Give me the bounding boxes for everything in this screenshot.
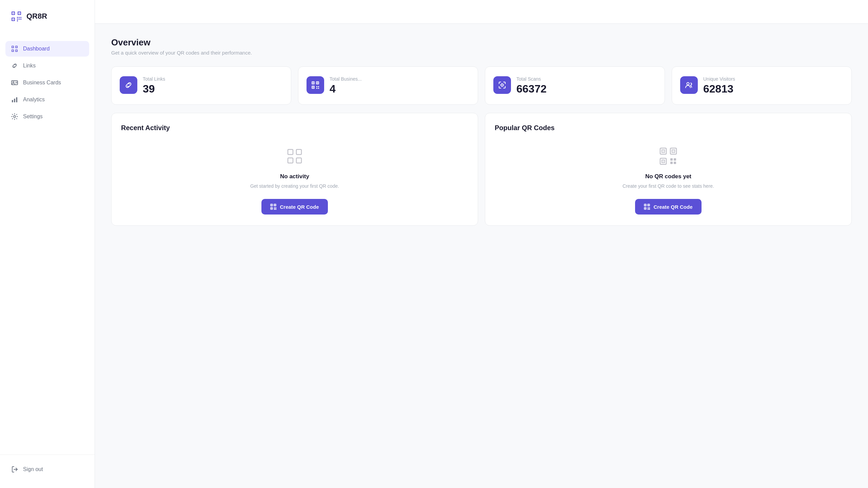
svg-rect-11 xyxy=(19,17,20,18)
svg-rect-34 xyxy=(14,99,15,102)
svg-rect-82 xyxy=(645,205,646,206)
svg-rect-68 xyxy=(663,151,664,151)
svg-rect-58 xyxy=(275,205,276,206)
stat-card-scans: Total Scans 66372 xyxy=(485,66,665,105)
dashboard-icon xyxy=(11,45,18,53)
svg-rect-47 xyxy=(318,88,319,89)
svg-rect-15 xyxy=(20,19,21,20)
svg-rect-28 xyxy=(16,50,17,51)
no-activity-subtitle: Get started by creating your first QR co… xyxy=(250,183,339,189)
svg-point-50 xyxy=(687,83,689,85)
svg-rect-16 xyxy=(17,20,18,21)
stat-card-visitors: Unique Visitors 62813 xyxy=(672,66,852,105)
svg-rect-45 xyxy=(318,86,319,87)
no-activity-title: No activity xyxy=(280,173,309,180)
sidebar-item-settings[interactable]: Settings xyxy=(5,109,89,124)
svg-rect-88 xyxy=(649,207,650,208)
content-area: Overview Get a quick overview of your QR… xyxy=(95,24,868,239)
sign-out-button[interactable]: Sign out xyxy=(5,462,89,477)
svg-rect-89 xyxy=(648,209,649,210)
svg-rect-60 xyxy=(271,208,272,209)
svg-rect-6 xyxy=(19,13,20,14)
page-subtitle: Get a quick overview of your QR codes an… xyxy=(111,50,852,56)
stat-label-business: Total Busines... xyxy=(330,76,362,82)
svg-rect-61 xyxy=(274,207,275,208)
svg-rect-33 xyxy=(12,100,13,102)
svg-point-49 xyxy=(502,85,503,86)
stat-card-total-links: Total Links 39 xyxy=(111,66,291,105)
stat-label-links: Total Links xyxy=(143,76,165,82)
settings-icon xyxy=(11,113,18,120)
svg-rect-86 xyxy=(645,208,646,209)
popular-qr-card: Popular QR Codes xyxy=(485,113,852,226)
sidebar-item-links[interactable]: Links xyxy=(5,58,89,74)
svg-rect-52 xyxy=(296,149,301,155)
stat-label-scans: Total Scans xyxy=(516,76,547,82)
svg-rect-39 xyxy=(313,82,314,83)
sidebar-item-business-cards[interactable]: Business Cards xyxy=(5,75,89,90)
logo-area: QR8R xyxy=(0,0,95,33)
settings-label: Settings xyxy=(23,114,43,120)
recent-activity-empty: No activity Get started by creating your… xyxy=(121,145,468,215)
svg-rect-13 xyxy=(19,19,20,20)
logo-icon xyxy=(9,9,23,23)
stat-icon-business xyxy=(307,76,324,94)
links-icon xyxy=(11,62,18,69)
sidebar: QR8R xyxy=(0,0,95,488)
stats-row: Total Links 39 xyxy=(111,66,852,105)
no-qr-subtitle: Create your first QR code to see stats h… xyxy=(623,183,714,189)
svg-rect-26 xyxy=(16,47,17,47)
dashboard-label: Dashboard xyxy=(23,46,50,52)
svg-point-30 xyxy=(13,82,14,83)
svg-rect-63 xyxy=(274,209,275,210)
stat-value-scans: 66372 xyxy=(516,83,547,95)
stat-label-visitors: Unique Visitors xyxy=(703,76,735,82)
create-qr-code-button-activity[interactable]: Create QR Code xyxy=(261,199,328,215)
stat-icon-scans xyxy=(493,76,511,94)
svg-rect-12 xyxy=(17,19,18,20)
svg-rect-77 xyxy=(670,158,673,161)
svg-rect-62 xyxy=(275,207,276,208)
top-bar xyxy=(95,0,868,24)
bottom-row: Recent Activity No activity Get started … xyxy=(111,113,852,226)
svg-rect-87 xyxy=(648,207,649,208)
svg-rect-64 xyxy=(275,209,276,210)
svg-rect-35 xyxy=(16,97,18,102)
no-qr-icon xyxy=(657,145,679,167)
svg-rect-46 xyxy=(316,88,317,89)
sign-out-icon xyxy=(11,466,18,473)
svg-rect-43 xyxy=(313,87,314,88)
links-label: Links xyxy=(23,63,36,69)
svg-rect-84 xyxy=(648,205,649,206)
sign-out-label: Sign out xyxy=(23,466,43,472)
analytics-label: Analytics xyxy=(23,97,45,103)
svg-rect-44 xyxy=(316,86,317,87)
analytics-icon xyxy=(11,96,18,103)
stat-card-business: Total Busines... 4 xyxy=(298,66,478,105)
svg-rect-0 xyxy=(9,9,23,23)
svg-rect-51 xyxy=(288,149,293,155)
svg-rect-25 xyxy=(13,47,13,47)
stat-icon-links xyxy=(120,76,137,94)
svg-rect-78 xyxy=(674,158,676,161)
recent-activity-card: Recent Activity No activity Get started … xyxy=(111,113,478,226)
stat-icon-visitors xyxy=(680,76,698,94)
svg-rect-10 xyxy=(17,17,18,18)
app-name: QR8R xyxy=(26,12,47,21)
create-qr-btn-label-activity: Create QR Code xyxy=(280,204,319,210)
sidebar-item-dashboard[interactable]: Dashboard xyxy=(5,41,89,57)
svg-rect-27 xyxy=(13,50,13,51)
svg-rect-90 xyxy=(649,209,650,210)
create-qr-code-button-popular[interactable]: Create QR Code xyxy=(635,199,701,215)
svg-rect-3 xyxy=(13,13,14,14)
sidebar-nav: Dashboard Links xyxy=(0,33,95,454)
business-cards-icon xyxy=(11,79,18,86)
popular-qr-title: Popular QR Codes xyxy=(495,124,555,132)
stat-value-visitors: 62813 xyxy=(703,83,735,95)
svg-rect-56 xyxy=(271,205,272,206)
business-cards-label: Business Cards xyxy=(23,80,61,86)
svg-rect-72 xyxy=(673,151,674,151)
sidebar-item-analytics[interactable]: Analytics xyxy=(5,92,89,107)
svg-rect-76 xyxy=(663,161,664,162)
stat-value-links: 39 xyxy=(143,83,165,95)
